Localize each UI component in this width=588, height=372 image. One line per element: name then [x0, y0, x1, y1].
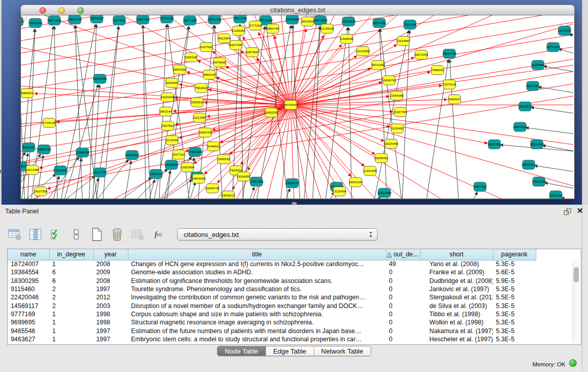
graph-node[interactable]: 19166852 — [236, 172, 251, 181]
graph-node[interactable]: 18125439 — [341, 17, 356, 26]
graph-node[interactable]: 11548098 — [339, 34, 354, 43]
column-header[interactable]: year — [93, 249, 128, 260]
graph-node[interactable]: 18107554 — [33, 187, 48, 196]
graph-node[interactable]: 8186328 — [185, 53, 198, 62]
graph-node[interactable]: 9989061 — [21, 89, 34, 98]
graph-node[interactable]: 8150612 — [23, 143, 35, 152]
new-document-icon[interactable] — [89, 227, 104, 242]
graph-node[interactable]: 12975115 — [442, 80, 456, 89]
graph-hub-node[interactable]: 18724007 — [284, 100, 298, 110]
table-scrollbar[interactable] — [572, 261, 580, 343]
graph-node[interactable]: 9267110 — [172, 150, 185, 159]
graph-node[interactable]: 9327546 — [230, 40, 243, 50]
graph-node[interactable]: 10655287 — [90, 15, 104, 23]
graph-node[interactable]: 8813054 — [301, 17, 314, 26]
graph-node[interactable]: 9215953 — [488, 140, 501, 149]
graph-node[interactable]: 16210643 — [530, 140, 544, 149]
graph-node[interactable]: 16640910 — [207, 15, 222, 24]
close-panel-icon[interactable]: ✕ — [577, 206, 583, 215]
float-panel-icon[interactable] — [563, 208, 572, 215]
column-header[interactable]: title — [128, 249, 386, 260]
graph-node[interactable]: 19654905 — [191, 174, 206, 183]
graph-node[interactable]: 10958107 — [285, 179, 299, 188]
panel-collapse-arrow-icon[interactable] — [0, 169, 3, 173]
table-selector-dropdown[interactable]: citations_edges.txt ▲▼ — [177, 228, 378, 240]
table-scrollbar-thumb[interactable] — [574, 267, 579, 282]
graph-node[interactable]: 12353594 — [180, 163, 194, 172]
graph-node[interactable]: 13155268 — [28, 18, 42, 28]
graph-node[interactable]: 11554389 — [389, 91, 404, 100]
graph-node[interactable]: 10046755 — [205, 184, 220, 193]
graph-node[interactable]: 20206526 — [125, 150, 139, 160]
table-row[interactable]: 1872400712008Changes of HCN gene express… — [8, 260, 536, 268]
graph-node[interactable]: 11431505 — [363, 166, 377, 176]
graph-node[interactable]: 10589541 — [190, 98, 204, 107]
graph-node[interactable]: 17016504 — [532, 177, 546, 186]
graph-node[interactable]: 12444135 — [513, 122, 527, 132]
graph-node[interactable]: 20553725 — [37, 145, 51, 154]
graph-node[interactable]: 16648784 — [442, 49, 456, 58]
function-icon[interactable]: f(x) — [150, 227, 166, 242]
graph-node[interactable]: 9660128 — [203, 70, 216, 79]
graph-node[interactable]: 9146821 — [207, 142, 220, 151]
column-header[interactable]: pagerank — [493, 249, 536, 260]
graph-node[interactable]: 15751874 — [546, 42, 560, 52]
graph-node[interactable]: 16091924 — [349, 178, 363, 187]
column-select-icon[interactable] — [28, 227, 43, 242]
graph-node[interactable]: 7485063 — [431, 65, 444, 75]
graph-node[interactable]: 20691406 — [68, 15, 82, 24]
table-row[interactable]: 977716911998Corpus callosum shape and si… — [8, 310, 536, 318]
graph-node[interactable]: 10719195 — [160, 15, 174, 23]
graph-node[interactable]: 5675685 — [213, 58, 226, 67]
graph-node[interactable]: 9115460 — [391, 124, 403, 133]
graph-node[interactable]: 14938221 — [221, 191, 235, 199]
graph-node[interactable]: 2803144 — [160, 107, 172, 116]
graph-node[interactable]: 9872166 — [372, 60, 384, 70]
graph-node[interactable]: 14671358 — [183, 16, 197, 25]
close-window-icon[interactable] — [39, 7, 46, 14]
graph-node[interactable]: 6466160 — [137, 15, 149, 24]
graph-node[interactable]: 9327508 — [200, 42, 213, 52]
column-header[interactable]: short — [420, 249, 493, 260]
graph-node[interactable]: 12823448 — [377, 188, 391, 198]
graph-node[interactable]: 12219867 — [396, 36, 410, 46]
tab-node-table[interactable]: Node Table — [217, 346, 266, 356]
graph-node[interactable]: 9777169 — [249, 21, 262, 30]
resize-grip-icon[interactable] — [21, 15, 28, 23]
graph-node[interactable]: 2718126 — [43, 118, 56, 127]
citation-network-graph[interactable]: 2405572513155268269719412069140610655287… — [21, 15, 573, 199]
graph-node[interactable]: 12213987 — [192, 113, 207, 122]
graph-node[interactable]: 11675334 — [549, 191, 563, 199]
graph-node[interactable]: 15992971 — [521, 160, 536, 169]
graph-node[interactable]: 12093872 — [518, 102, 532, 111]
graph-node[interactable]: 12213968 — [356, 47, 370, 56]
graph-node[interactable]: 11226063 — [231, 26, 246, 35]
graph-node[interactable]: 10973493 — [414, 50, 428, 59]
column-header[interactable]: name — [8, 249, 49, 260]
graph-node[interactable]: 23420046 — [160, 93, 175, 102]
graph-node[interactable]: 9242845 — [166, 78, 179, 87]
graph-node[interactable]: 11568293 — [75, 148, 90, 157]
graph-node[interactable]: 12125404 — [332, 187, 346, 196]
graph-node[interactable]: 9463627 — [448, 95, 461, 104]
graph-node[interactable]: 11175337 — [558, 26, 572, 35]
graph-node[interactable]: 16099481 — [374, 154, 388, 163]
table-settings-icon[interactable] — [7, 227, 23, 242]
table-row[interactable]: 2242004622012Investigating the contribut… — [8, 293, 536, 301]
graph-node[interactable]: 1527802 — [113, 16, 126, 25]
graph-node[interactable]: 19613763 — [233, 15, 247, 23]
graph-node[interactable]: 13156829 — [53, 166, 68, 175]
zoom-window-icon[interactable] — [77, 7, 84, 14]
checklist-icon[interactable] — [48, 227, 63, 242]
network-canvas[interactable]: 2405572513155268269719412069140610655287… — [20, 15, 575, 199]
graph-node[interactable]: 16096791 — [382, 76, 396, 85]
graph-node[interactable]: 16053823 — [313, 16, 328, 25]
graph-node[interactable]: 9912954 — [218, 34, 231, 43]
graph-node[interactable]: 26971941 — [47, 16, 61, 25]
graph-node[interactable]: 1568520 — [217, 155, 230, 164]
graph-node[interactable]: 9227341 — [527, 81, 539, 91]
window-titlebar[interactable]: citations_edges.txt — [20, 5, 575, 15]
graph-node[interactable]: 17957253 — [249, 177, 264, 186]
minimize-window-icon[interactable] — [58, 7, 65, 14]
graph-node[interactable]: 7663822 — [195, 83, 208, 93]
